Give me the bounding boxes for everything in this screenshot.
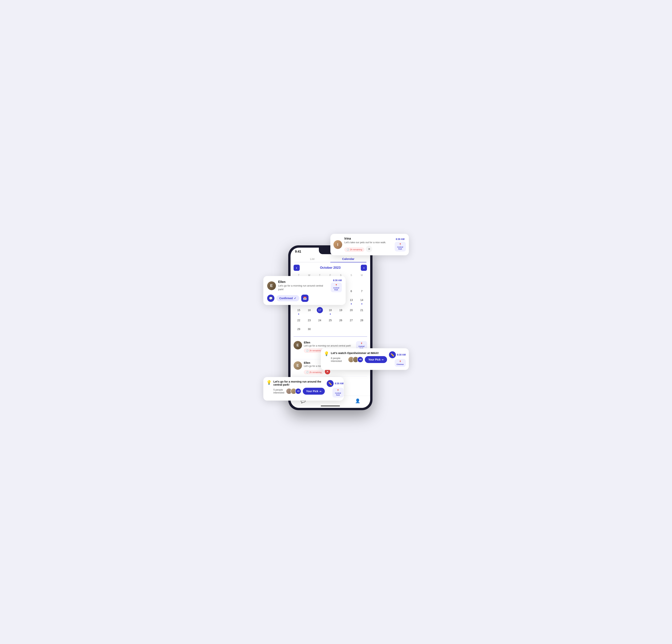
cal-cell-14[interactable]: 14 (357, 296, 367, 305)
cal-cell-22[interactable]: 22 (293, 316, 304, 325)
bulb-icon-oppenheimer: 💡 (324, 351, 329, 356)
day-label-m: M (357, 273, 367, 277)
event-avatar-1: E (293, 341, 302, 349)
oppenheimer-headline: Let's watch Openheimmer at IMAX! (331, 351, 387, 354)
central-park-location: 📍 CentralPark (333, 388, 344, 398)
cal-cell-18[interactable]: 18 (325, 306, 336, 316)
clock-icon-irina: 🕐 (347, 248, 349, 251)
irina-location: 📍 CentralPark (395, 242, 406, 251)
ellen-location: 📍 CentralPark (331, 282, 342, 292)
cal-cell-25[interactable]: 25 (325, 316, 336, 325)
central-park-avatars: +3 (286, 388, 301, 394)
ellen-avatar: E (267, 281, 276, 290)
pin-icon-ellen: 📍 (335, 284, 338, 286)
oppenheimer-time: 8:30 AM (397, 353, 406, 356)
event-name-1: Ellen (304, 341, 354, 344)
cal-cell-15[interactable]: 15 (293, 306, 304, 316)
home-indicator (321, 406, 340, 406)
cal-cell-13[interactable]: 13 (346, 296, 357, 305)
chevron-right-icon: › (363, 266, 364, 270)
calendar-header: ‹ October 2023 › (293, 265, 367, 271)
tab-navigation: List Calendar (295, 256, 367, 262)
tab-calendar[interactable]: Calendar (331, 256, 367, 262)
irina-description: Let's take our pets out for a nice walk. (345, 241, 392, 244)
oppenheimer-your-pick-button[interactable]: Your Pick ∞ (365, 356, 387, 363)
cal-cell-29[interactable]: 29 (293, 325, 304, 333)
ellen-description: Let's go for a morning run around centra… (278, 284, 328, 291)
irina-remaining: 🕐 2h remaining (345, 248, 364, 251)
central-park-headline: Let's go for a morning run around the ce… (274, 380, 325, 386)
cal-cell-empty6 (346, 278, 357, 286)
card-central-park: 💡 Let's go for a morning run around the … (263, 377, 344, 401)
cal-cell-27[interactable]: 27 (346, 316, 357, 325)
link-icon-central-park: ∞ (320, 390, 321, 393)
central-park-time: 8:30 AM (335, 382, 344, 385)
avatar-plus-oppenheimer: +6 (357, 356, 363, 363)
clock-icon-1: 🕐 (306, 349, 309, 352)
cal-cell-empty7 (357, 278, 367, 286)
ellen-calendar-button[interactable]: 📅 (301, 295, 309, 302)
oppenheimer-edit-button[interactable]: ✏️ (389, 351, 396, 358)
cal-cell-30[interactable]: 30 (304, 325, 314, 333)
ellen-time: 8:30 AM (333, 279, 342, 282)
irina-name: Irina (345, 237, 392, 241)
event-name-2: Ellen (304, 361, 310, 364)
cal-cell-28[interactable]: 28 (357, 316, 367, 325)
central-park-your-pick-button[interactable]: Your Pick ∞ (303, 388, 325, 395)
cal-cell-21[interactable]: 21 (357, 306, 367, 316)
cal-cell-19[interactable]: 19 (336, 306, 346, 316)
event-desc-1: Let's go for a morning run around centra… (304, 344, 354, 348)
irina-avatar: I (333, 240, 342, 249)
cal-cell-20[interactable]: 20 (346, 306, 357, 316)
pin-icon-central-park: 📍 (337, 389, 339, 392)
cal-cell-24[interactable]: 24 (314, 316, 325, 325)
calendar-next-button[interactable]: › (361, 265, 367, 271)
tab-list[interactable]: List (295, 256, 331, 262)
oppenheimer-avatars: +6 (348, 356, 363, 363)
remaining-badge-2: 🕐 2h remaining (304, 370, 324, 374)
card-ellen: E Ellen Let's go for a morning run aroun… (263, 276, 346, 305)
cal-cell-23[interactable]: 23 (304, 316, 314, 325)
central-park-content: Let's go for a morning run around the ce… (274, 380, 325, 395)
cal-cell-6[interactable]: 6 (346, 287, 357, 295)
irina-close-button[interactable]: ✕ (366, 246, 372, 252)
avatar-plus-central-park: +3 (295, 388, 301, 394)
cal-cell-7[interactable]: 7 (357, 287, 367, 295)
event-avatar-2: E (293, 361, 302, 370)
check-icon: ✓ (294, 297, 296, 300)
ellen-chat-button[interactable]: 💬 (267, 295, 274, 302)
cal-cell-17[interactable]: 17 (314, 306, 325, 316)
central-park-interested: 5 people interested (274, 388, 284, 394)
cal-cell-26[interactable]: 26 (336, 316, 346, 325)
card-irina: I Irina Let's take our pets out for a ni… (331, 234, 409, 255)
pin-icon-oppenheimer: 📍 (399, 361, 401, 363)
ellen-name: Ellen (278, 280, 328, 284)
scene: 9:41 ●●● WiFi 🔋 List Calendar ‹ Octobe (263, 234, 409, 410)
status-time: 9:41 (295, 250, 301, 254)
calendar-title: October 2023 (320, 266, 341, 270)
day-label-s2: S (346, 273, 357, 277)
irina-time: 8:30 AM (396, 238, 405, 241)
link-icon-oppenheimer: ∞ (382, 358, 384, 361)
calendar-prev-button[interactable]: ‹ (293, 265, 300, 271)
pin-icon-1: 📍 (360, 342, 363, 345)
card-oppenheimer: 💡 Let's watch Openheimmer at IMAX! 8 peo… (321, 348, 409, 370)
bulb-icon-central-park: 💡 (266, 380, 272, 385)
cal-cell-16[interactable]: 16 (304, 306, 314, 316)
ellen-confirmed-button[interactable]: Confirmed ✓ (276, 295, 299, 301)
calendar-divider (293, 336, 367, 337)
oppenheimer-interested: 8 people interested (331, 357, 347, 362)
pin-icon-irina: 📍 (399, 243, 401, 246)
irina-content: Irina Let's take our pets out for a nice… (345, 237, 392, 252)
nav-profile-icon[interactable]: 👤 (355, 398, 360, 403)
ellen-content: Ellen Let's go for a morning run around … (278, 280, 328, 291)
oppenheimer-location: 📍 Cinemax (395, 359, 406, 367)
central-park-edit-button[interactable]: ✏️ (327, 380, 334, 387)
oppenheimer-content: Let's watch Openheimmer at IMAX! 8 peopl… (331, 351, 387, 363)
clock-icon-2: 🕐 (306, 371, 309, 373)
chevron-left-icon: ‹ (296, 266, 297, 270)
